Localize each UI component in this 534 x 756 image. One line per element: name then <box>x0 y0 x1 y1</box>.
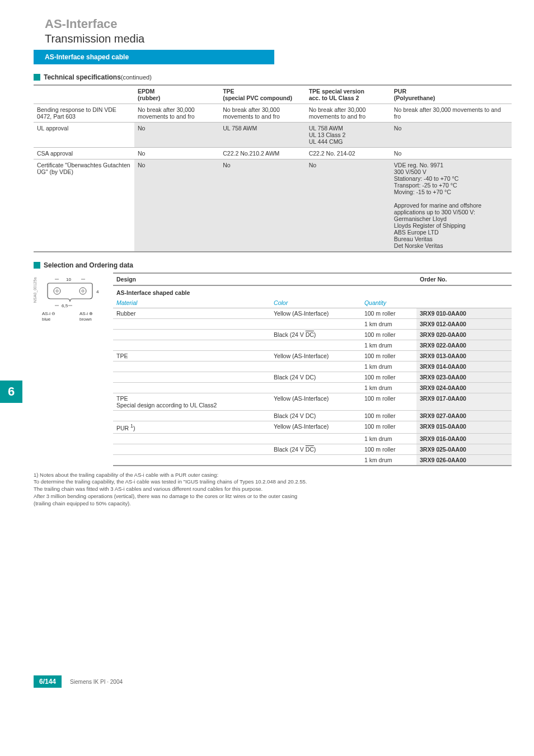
order-color <box>270 319 361 330</box>
order-row: Black (24 V DC)100 m roller3RX9 027-0AA0… <box>113 411 512 421</box>
order-part-number: 3RX9 023-0AA00 <box>416 372 512 383</box>
spec-cell: C22.2 No.210.2 AWM <box>219 148 305 159</box>
spec-row: Bending response to DIN VDE 0472, Part 6… <box>34 104 512 123</box>
spec-col-header <box>34 85 134 104</box>
footnotes: 1) Notes about the trailing capability o… <box>34 472 512 508</box>
cable-title: AS-Interface shaped cable <box>113 285 512 298</box>
ordering-table: Design Order No. AS-Interface shaped cab… <box>113 273 512 466</box>
order-quantity: 100 m roller <box>361 308 416 319</box>
order-quantity: 1 km drum <box>361 454 416 466</box>
svg-text:NSA0_00125a: NSA0_00125a <box>34 277 38 303</box>
spec-cell: No <box>134 123 219 148</box>
page-title: AS-Interface <box>45 17 512 31</box>
spec-cell: No <box>134 159 219 252</box>
footer-text: Siemens IK PI · 2004 <box>70 679 123 685</box>
spec-cell: UL 758 AWM <box>219 123 305 148</box>
spec-cell: No break after 30,000 movements to and f… <box>219 104 305 123</box>
order-row: Black (24 V DC)100 m roller3RX9 025-0AA0… <box>113 444 512 454</box>
spec-cell: C22.2 No. 214-02 <box>306 148 391 159</box>
order-part-number: 3RX9 025-0AA00 <box>416 444 512 454</box>
order-part-number: 3RX9 022-0AA00 <box>416 340 512 351</box>
order-row: PUR 1)Yellow (AS-Interface)100 m roller3… <box>113 421 512 434</box>
order-color: Yellow (AS-Interface) <box>270 351 361 361</box>
svg-text:AS-i ⊖: AS-i ⊖ <box>42 311 55 316</box>
order-quantity: 100 m roller <box>361 421 416 434</box>
order-color: Yellow (AS-Interface) <box>270 308 361 319</box>
order-material: Rubber <box>113 308 270 319</box>
tech-spec-table: EPDM(rubber)TPE(special PVC compound)TPE… <box>34 84 512 252</box>
page-footer: 6/144 Siemens IK PI · 2004 <box>34 675 512 692</box>
order-part-number: 3RX9 016-0AA00 <box>416 433 512 444</box>
order-quantity: 1 km drum <box>361 319 416 330</box>
spec-cell: No <box>391 148 512 159</box>
svg-text:blue: blue <box>42 317 51 322</box>
spec-cell: No break after 30,000 movements to and f… <box>306 104 391 123</box>
order-color: Yellow (AS-Interface) <box>270 421 361 434</box>
spec-cell: No <box>219 159 305 252</box>
spec-cell: No break after 30,000 movements to and f… <box>134 104 219 123</box>
order-material <box>113 444 270 454</box>
order-material: PUR 1) <box>113 421 270 434</box>
order-quantity: 100 m roller <box>361 330 416 340</box>
spec-row-label: UL approval <box>34 123 134 148</box>
svg-text:AS-i ⊕: AS-i ⊕ <box>79 311 93 316</box>
order-part-number: 3RX9 027-0AA00 <box>416 411 512 421</box>
order-row: 1 km drum3RX9 016-0AA00 <box>113 433 512 444</box>
order-row: Black (24 V DC)100 m roller3RX9 023-0AA0… <box>113 372 512 383</box>
subhead-color: Color <box>270 298 361 308</box>
spec-row: CSA approvalNoC22.2 No.210.2 AWMC22.2 No… <box>34 148 512 159</box>
spec-cell: VDE reg. No. 9971300 V/500 VStationary: … <box>391 159 512 252</box>
svg-point-6 <box>79 288 86 294</box>
spec-col-header: TPE(special PVC compound) <box>219 85 305 104</box>
order-row: TPESpecial design according to UL Class2… <box>113 393 512 411</box>
spec-row-label: Certificate "Überwachtes Gutachten ÜG" (… <box>34 159 134 252</box>
subhead-material: Material <box>113 298 270 308</box>
blue-section-bar: AS-Interface shaped cable <box>34 50 274 64</box>
spec-col-header: PUR(Polyurethane) <box>391 85 512 104</box>
design-header: Design <box>113 273 416 285</box>
order-color: Black (24 V DC) <box>270 330 361 340</box>
order-row: 1 km drum3RX9 026-0AA00 <box>113 454 512 466</box>
svg-point-7 <box>82 290 84 292</box>
svg-text:4: 4 <box>96 289 99 294</box>
order-material <box>113 319 270 330</box>
svg-text:10: 10 <box>66 277 71 282</box>
order-row: TPEYellow (AS-Interface)100 m roller3RX9… <box>113 351 512 361</box>
order-color: Black (24 V DC) <box>270 411 361 421</box>
order-row: 1 km drum3RX9 014-0AA00 <box>113 361 512 372</box>
order-part-number: 3RX9 012-0AA00 <box>416 319 512 330</box>
tech-spec-suffix: (continued) <box>121 74 152 81</box>
spec-cell: No <box>134 148 219 159</box>
order-row: Black (24 V DC)100 m roller3RX9 020-0AA0… <box>113 330 512 340</box>
order-color <box>270 454 361 466</box>
spec-cell: UL 758 AWMUL 13 Class 2UL 444 CMG <box>306 123 391 148</box>
order-quantity: 100 m roller <box>361 411 416 421</box>
tech-spec-title: Technical specifications <box>44 73 121 81</box>
spec-cell: No <box>306 159 391 252</box>
spec-cell: No break after 30,000 movements to and f… <box>391 104 512 123</box>
order-material <box>113 361 270 372</box>
order-quantity: 1 km drum <box>361 433 416 444</box>
section-marker-icon <box>34 74 40 81</box>
spec-col-header: TPE special versionacc. to UL Class 2 <box>306 85 391 104</box>
order-quantity: 1 km drum <box>361 340 416 351</box>
svg-text:brown: brown <box>79 317 92 322</box>
page-subtitle: Transmission media <box>45 32 512 45</box>
order-material <box>113 411 270 421</box>
spec-row-label: Bending response to DIN VDE 0472, Part 6… <box>34 104 134 123</box>
order-material <box>113 372 270 383</box>
order-color: Black (24 V DC) <box>270 444 361 454</box>
order-quantity: 1 km drum <box>361 361 416 372</box>
order-part-number: 3RX9 020-0AA00 <box>416 330 512 340</box>
svg-point-4 <box>54 288 60 294</box>
order-part-number: 3RX9 014-0AA00 <box>416 361 512 372</box>
order-color <box>270 340 361 351</box>
order-color: Black (24 V DC) <box>270 372 361 383</box>
cable-cross-section-diagram: NSA0_00125a 10 4 6,5 AS-i ⊖ blue AS-i ⊕ … <box>34 273 106 325</box>
order-material <box>113 383 270 393</box>
section-marker-icon <box>34 262 40 269</box>
order-material: TPESpecial design according to UL Class2 <box>113 393 270 411</box>
order-row: 1 km drum3RX9 012-0AA00 <box>113 319 512 330</box>
order-part-number: 3RX9 013-0AA00 <box>416 351 512 361</box>
order-quantity: 100 m roller <box>361 393 416 411</box>
